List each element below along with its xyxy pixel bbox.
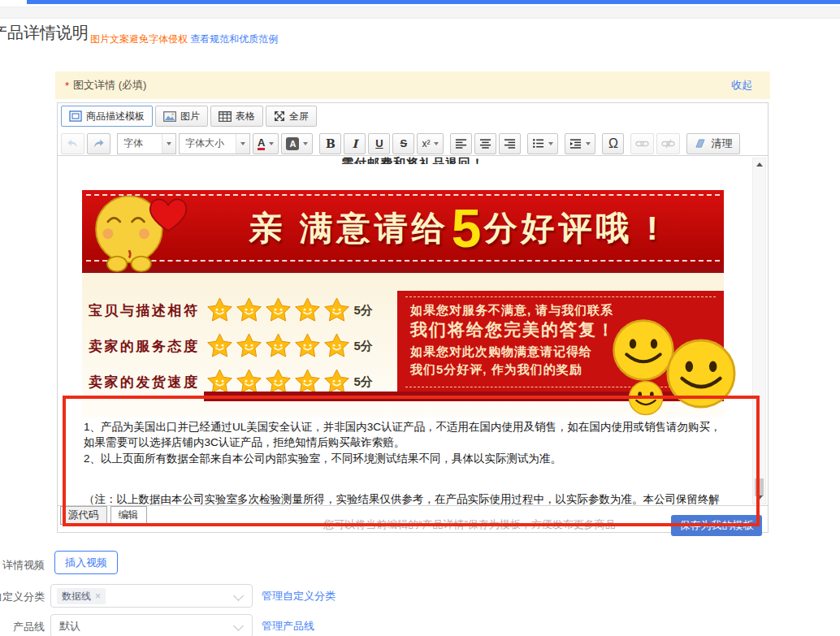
chevron-down-icon	[548, 142, 553, 145]
align-left-icon	[455, 138, 467, 149]
star-group	[206, 333, 353, 360]
template-button[interactable]: 商品描述模板	[61, 106, 153, 127]
manage-category-link[interactable]: 管理自定义分类	[262, 589, 336, 604]
chevron-down-icon	[162, 134, 175, 154]
star-icon	[294, 297, 321, 324]
product-line-select[interactable]: 默认	[50, 614, 253, 636]
star-icon	[206, 297, 233, 324]
banner-text: 亲 满意请给5分好评哦 !	[192, 190, 719, 266]
rating-label: 卖家的服务态度	[89, 337, 200, 356]
panel-title: 图文详情 (必填)	[73, 78, 146, 93]
top-accent-bar	[27, 0, 840, 4]
promise-line: 如果您对此次购物满意请记得给	[410, 344, 592, 360]
list-button[interactable]	[527, 133, 558, 154]
align-center-button[interactable]	[474, 133, 496, 154]
rating-score: 5分	[354, 374, 373, 390]
scroll-up-icon[interactable]	[756, 162, 763, 167]
redo-icon	[92, 138, 106, 149]
panel-header: * 图文详情 (必填) 收起	[55, 71, 770, 99]
custom-category-select[interactable]: 数据线 ×	[50, 584, 253, 608]
link-icon	[635, 139, 649, 149]
strikethrough-button[interactable]: S	[392, 133, 414, 154]
special-char-button[interactable]: Ω	[602, 133, 624, 154]
promise-dash-top	[405, 296, 716, 297]
clean-format-button[interactable]: 清理	[686, 133, 740, 154]
fullscreen-icon	[274, 110, 285, 122]
superscript-button[interactable]: x²	[417, 133, 444, 154]
align-right-button[interactable]	[499, 133, 521, 154]
link-button[interactable]	[630, 133, 654, 154]
align-left-button[interactable]	[450, 133, 472, 154]
undo-button[interactable]	[61, 133, 84, 154]
product-line-value: 默认	[51, 615, 252, 636]
star-group	[206, 297, 353, 324]
font-size-select[interactable]: 字体大小	[179, 133, 250, 154]
rating-row: 宝贝与描述相符5分	[89, 292, 397, 328]
clipped-text-line: 需付邮费和将礼品退回！	[58, 156, 768, 164]
unlink-icon	[661, 139, 675, 149]
star-icon	[265, 333, 292, 360]
star-icon	[206, 333, 233, 360]
chevron-down-icon	[434, 142, 439, 145]
bg-color-icon: A	[286, 137, 299, 150]
section-divider	[0, 6, 840, 19]
page-notice: 图片文案避免字体侵权 查看规范和优质范例	[90, 32, 278, 46]
template-icon	[69, 110, 82, 122]
toolbar-row-1: 商品描述模板 图片 表格 全屏	[58, 103, 768, 130]
align-right-icon	[504, 138, 516, 149]
promise-line: 我们将给您完美的答复！	[410, 318, 616, 341]
promise-line: 我们5分好评, 作为我们的奖励	[410, 362, 582, 378]
star-icon	[236, 297, 262, 324]
chevron-down-icon	[233, 591, 244, 601]
view-guidelines-link[interactable]: 查看规范和优质范例	[190, 33, 278, 45]
product-detail-image: 亲 满意请给5分好评哦 ! 宝贝与描述相符5分卖家的服务态度5分卖家的发货速度5…	[82, 190, 724, 418]
chevron-down-icon	[586, 142, 591, 145]
underline-button[interactable]: U	[368, 133, 390, 154]
star-icon	[323, 333, 350, 360]
remove-tag-icon[interactable]: ×	[95, 591, 101, 602]
star-icon	[323, 297, 350, 324]
eraser-icon	[695, 139, 706, 149]
chick-heart-emoji	[85, 190, 191, 273]
bg-color-button[interactable]: A	[281, 133, 313, 154]
align-center-icon	[479, 138, 491, 149]
custom-category-label: 自定义分类	[0, 590, 45, 604]
table-icon	[219, 111, 232, 122]
italic-button[interactable]: I	[344, 133, 366, 154]
indent-icon	[569, 138, 582, 149]
bold-button[interactable]: B	[319, 133, 341, 154]
unlink-button[interactable]	[656, 133, 680, 154]
font-copyright-warning: 图片文案避免字体侵权	[90, 33, 188, 45]
collapse-link[interactable]: 收起	[731, 78, 752, 93]
redo-button[interactable]	[87, 133, 110, 154]
toolbar-row-2: 字体 字体大小 A A B I U S x²	[58, 130, 768, 155]
video-label: 详情视频	[0, 558, 45, 573]
rating-rows: 宝贝与描述相符5分卖家的服务态度5分卖家的发货速度5分	[89, 292, 397, 400]
font-family-select[interactable]: 字体	[117, 133, 176, 154]
rating-label: 宝贝与描述相符	[89, 301, 200, 320]
chevron-down-icon	[269, 142, 274, 145]
required-mark: *	[65, 80, 69, 92]
annotation-rectangle	[63, 396, 760, 526]
chevron-down-icon	[303, 142, 308, 145]
manage-product-line-link[interactable]: 管理产品线	[262, 619, 314, 634]
undo-icon	[66, 138, 80, 149]
category-tag: 数据线 ×	[57, 588, 106, 604]
rating-score: 5分	[354, 303, 373, 318]
fullscreen-button[interactable]: 全屏	[266, 106, 317, 127]
insert-video-button[interactable]: 插入视频	[54, 551, 118, 574]
font-color-button[interactable]: A	[253, 133, 279, 154]
praise-banner: 亲 满意请给5分好评哦 !	[82, 190, 724, 266]
star-icon	[236, 333, 262, 360]
font-color-icon: A	[258, 137, 265, 150]
insert-image-button[interactable]: 图片	[155, 106, 208, 127]
bullet-list-icon	[532, 138, 544, 149]
star-icon	[265, 297, 292, 324]
insert-table-button[interactable]: 表格	[210, 106, 263, 127]
rating-row: 卖家的服务态度5分	[89, 328, 397, 364]
indent-button[interactable]	[565, 133, 595, 154]
image-icon	[163, 111, 176, 122]
rating-label: 卖家的发货速度	[89, 373, 200, 392]
chevron-down-icon	[236, 134, 249, 154]
star-icon	[294, 333, 321, 360]
